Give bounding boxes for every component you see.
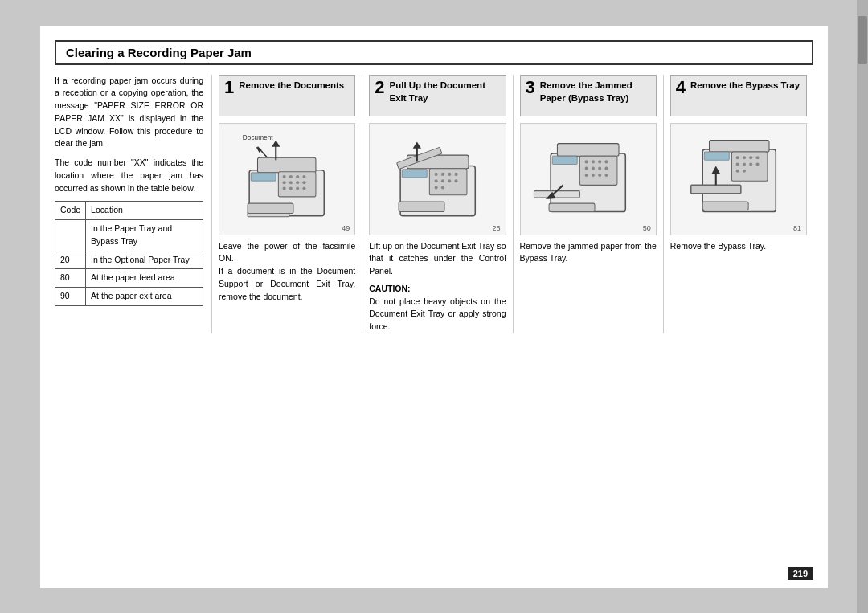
- svg-point-10: [283, 182, 286, 185]
- svg-point-37: [434, 186, 437, 190]
- left-para1: If a recording paper jam occurs during a…: [55, 75, 203, 151]
- svg-point-54: [598, 174, 601, 177]
- svg-point-48: [584, 167, 588, 170]
- step-1: 1 Remove the Documents Document: [211, 75, 362, 333]
- svg-point-70: [749, 163, 752, 166]
- step-3-img-number: 50: [643, 224, 651, 232]
- step-4-img-number: 81: [793, 224, 801, 232]
- svg-point-12: [297, 182, 300, 185]
- table-cell-code: 20: [55, 251, 86, 269]
- svg-rect-60: [549, 204, 595, 212]
- svg-point-17: [303, 187, 306, 190]
- svg-marker-22: [272, 141, 280, 147]
- svg-point-68: [736, 163, 739, 166]
- svg-point-72: [736, 170, 739, 173]
- svg-marker-27: [412, 142, 420, 149]
- svg-point-51: [604, 167, 608, 170]
- svg-rect-4: [258, 158, 316, 174]
- svg-rect-62: [710, 141, 770, 152]
- svg-point-16: [297, 187, 300, 190]
- svg-rect-78: [702, 202, 748, 210]
- step-3-header: 3 Remove the Jammed Paper (Bypass Tray): [520, 75, 657, 116]
- svg-point-73: [743, 170, 746, 173]
- step-1-desc: Leave the power of the facsimile ON. If …: [219, 240, 355, 304]
- svg-point-46: [598, 161, 601, 164]
- main-page: Clearing a Recording Paper Jam If a reco…: [40, 26, 828, 588]
- table-cell-location: In the Paper Tray and Bypass Tray: [86, 220, 203, 251]
- step-2-title: Pull Up the Document Exit Tray: [390, 79, 501, 104]
- svg-point-71: [756, 163, 760, 166]
- svg-text:Document: Document: [243, 135, 273, 142]
- svg-point-49: [592, 167, 595, 170]
- table-header-location: Location: [86, 202, 203, 220]
- svg-point-15: [289, 187, 293, 190]
- svg-point-38: [441, 186, 444, 190]
- step-2-number: 2: [375, 79, 384, 96]
- svg-point-45: [592, 161, 595, 164]
- svg-point-53: [592, 174, 595, 177]
- svg-rect-56: [552, 157, 577, 165]
- svg-point-29: [434, 173, 437, 176]
- step-3-desc: Remove the jammed paper from the Bypass …: [520, 240, 657, 266]
- step-4-illustration: [678, 129, 799, 228]
- code-table: Code Location In the Paper Tray and Bypa…: [55, 201, 203, 306]
- svg-point-32: [454, 173, 457, 176]
- step-4-number: 4: [676, 79, 686, 96]
- table-row: 80 At the paper feed area: [55, 269, 203, 288]
- svg-point-11: [289, 182, 293, 185]
- svg-point-44: [584, 161, 588, 164]
- svg-point-67: [756, 157, 760, 160]
- table-row: In the Paper Tray and Bypass Tray: [55, 220, 203, 251]
- svg-point-64: [736, 157, 739, 160]
- content-area: If a recording paper jam occurs during a…: [55, 75, 813, 333]
- svg-point-33: [434, 180, 437, 183]
- svg-point-14: [283, 187, 286, 190]
- steps-area: 1 Remove the Documents Document: [211, 75, 813, 333]
- step-1-header: 1 Remove the Documents: [219, 75, 355, 116]
- svg-point-52: [584, 174, 588, 177]
- scrollbar-thumb[interactable]: [858, 16, 867, 64]
- page-number: 219: [788, 567, 813, 580]
- scrollbar[interactable]: [857, 0, 868, 613]
- svg-point-13: [303, 182, 306, 185]
- step-3-title: Remove the Jammed Paper (Bypass Tray): [540, 79, 651, 104]
- svg-point-66: [749, 157, 752, 160]
- svg-point-36: [454, 180, 457, 183]
- svg-point-69: [743, 163, 746, 166]
- table-row: 90 At the paper exit area: [55, 288, 203, 306]
- left-para2: The code number "XX" indicates the locat…: [55, 157, 203, 194]
- step-3-illustration: [527, 129, 649, 228]
- svg-rect-39: [402, 170, 427, 178]
- table-row: 20 In the Optional Paper Tray: [55, 251, 203, 269]
- section-title: Clearing a Recording Paper Jam: [55, 40, 813, 65]
- left-description: If a recording paper jam occurs during a…: [55, 75, 211, 333]
- svg-rect-74: [704, 152, 729, 160]
- svg-point-35: [448, 180, 451, 183]
- step-2-header: 2 Pull Up the Document Exit Tray: [369, 75, 506, 116]
- svg-point-34: [441, 180, 444, 183]
- step-4: 4 Remove the Bypass Tray: [663, 75, 813, 333]
- step-3: 3 Remove the Jammed Paper (Bypass Tray): [513, 75, 663, 333]
- step-4-header: 4 Remove the Bypass Tray: [670, 75, 807, 116]
- step-2-image: 25: [369, 123, 506, 235]
- svg-rect-42: [557, 144, 619, 157]
- svg-point-50: [598, 167, 601, 170]
- table-cell-location: In the Optional Paper Tray: [86, 251, 203, 269]
- table-cell-code: 90: [55, 288, 86, 306]
- svg-rect-18: [252, 173, 276, 181]
- svg-rect-75: [691, 186, 741, 194]
- step-2-desc: Lift up on the Document Exit Tray so tha…: [369, 240, 506, 333]
- table-cell-code: [55, 220, 86, 251]
- svg-point-55: [604, 174, 608, 177]
- svg-rect-43: [579, 157, 617, 186]
- svg-point-9: [303, 175, 306, 178]
- svg-point-47: [604, 161, 608, 164]
- table-cell-location: At the paper feed area: [86, 269, 203, 288]
- table-cell-code: 80: [55, 269, 86, 288]
- svg-point-7: [289, 175, 293, 178]
- step-2: 2 Pull Up the Document Exit Tray: [362, 75, 512, 333]
- step-1-number: 1: [224, 79, 234, 96]
- svg-point-31: [448, 173, 451, 176]
- svg-point-8: [297, 175, 300, 178]
- table-header-code: Code: [55, 202, 86, 220]
